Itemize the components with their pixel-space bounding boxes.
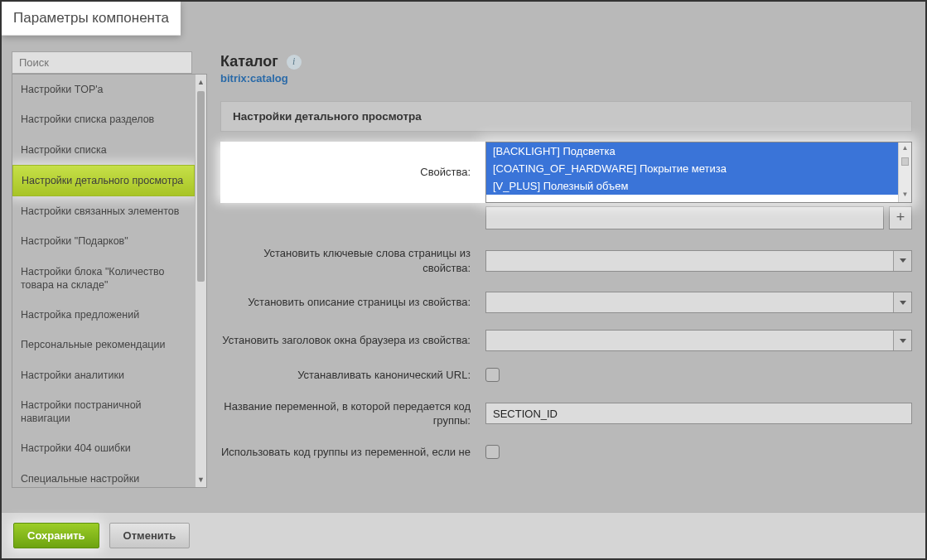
label-use-group-code: Использовать код группы из переменной, е… — [220, 445, 485, 460]
use-group-code-checkbox[interactable] — [485, 445, 500, 459]
row-section-var: Название переменной, в которой передаетс… — [220, 391, 912, 437]
sidebar-item[interactable]: Настройки блока "Количество товара на ск… — [12, 257, 195, 301]
row-canonical: Устанавливать канонический URL: — [220, 360, 912, 391]
sidebar-item[interactable]: Настройки TOP'а — [12, 75, 195, 104]
extra-property-input[interactable] — [485, 206, 884, 229]
component-title: Каталог — [220, 53, 278, 70]
sidebar-item[interactable]: Настройка предложений — [12, 300, 195, 330]
chevron-down-icon — [893, 331, 911, 350]
content-area: Настройки TOP'а Настройки списка раздело… — [2, 41, 925, 558]
scroll-up-icon[interactable]: ▲ — [197, 76, 205, 88]
section-heading: Настройки детального просмотра — [220, 101, 912, 132]
sidebar-item[interactable]: Настройки списка — [12, 135, 195, 165]
main-panel: Каталог i bitrix:catalog Настройки детал… — [207, 41, 925, 558]
browser-title-select[interactable] — [485, 330, 912, 351]
properties-multiselect[interactable]: [BACKLIGHT] Подсветка [COATING_OF_HARDWA… — [485, 142, 912, 203]
property-option[interactable]: [V_PLUS] Полезный объем — [486, 177, 898, 195]
property-option[interactable]: [COATING_OF_HARDWARE] Покрытие метиза — [486, 160, 898, 177]
info-icon[interactable]: i — [287, 55, 302, 70]
row-properties: Свойства: [BACKLIGHT] Подсветка [COATING… — [220, 137, 912, 203]
scroll-up-icon[interactable]: ▲ — [900, 144, 910, 154]
sidebar: Настройки TOP'а Настройки списка раздело… — [2, 41, 207, 558]
scroll-down-icon[interactable]: ▼ — [197, 474, 205, 485]
sidebar-item[interactable]: Настройки списка разделов — [12, 104, 195, 134]
sidebar-item-detail-settings[interactable]: Настройки детального просмотра — [12, 165, 195, 196]
sidebar-item[interactable]: Настройки аналитики — [12, 360, 195, 390]
scroll-thumb[interactable] — [197, 91, 205, 282]
section-var-input[interactable] — [485, 403, 912, 424]
row-keywords: Установить ключевые слова страницы из св… — [220, 238, 912, 283]
save-button[interactable]: Сохранить — [13, 523, 99, 548]
label-keywords: Установить ключевые слова страницы из св… — [220, 246, 485, 275]
row-description: Установить описание страницы из свойства… — [220, 283, 912, 321]
row-use-group-code: Использовать код группы из переменной, е… — [220, 437, 912, 468]
sidebar-item[interactable]: Настройки "Подарков" — [12, 226, 195, 256]
scroll-down-icon[interactable]: ▼ — [900, 191, 910, 200]
component-code: bitrix:catalog — [220, 72, 912, 84]
sidebar-item[interactable]: Настройки постраничной навигации — [12, 390, 195, 434]
search-input[interactable] — [12, 51, 192, 74]
sidebar-item[interactable]: Специальные настройки — [12, 464, 195, 488]
form-body: Свойства: [BACKLIGHT] Подсветка [COATING… — [220, 137, 912, 467]
chevron-down-icon — [893, 251, 911, 271]
chevron-down-icon — [893, 292, 911, 312]
label-section-var: Название переменной, в которой передаетс… — [220, 399, 485, 428]
sidebar-scrollbar[interactable]: ▲ ▼ — [195, 75, 206, 487]
description-select[interactable] — [485, 292, 912, 313]
property-option[interactable]: [BACKLIGHT] Подсветка — [486, 142, 898, 160]
canonical-checkbox[interactable] — [485, 368, 500, 382]
sidebar-item[interactable]: Персональные рекомендации — [12, 330, 195, 360]
component-settings-dialog: Настройки TOP'а Настройки списка раздело… — [0, 0, 927, 560]
scroll-thumb[interactable] — [901, 157, 909, 166]
dialog-title: Параметры компонента — [2, 2, 181, 36]
sidebar-tree-list: Настройки TOP'а Настройки списка раздело… — [12, 75, 195, 487]
sidebar-tree: Настройки TOP'а Настройки списка раздело… — [12, 74, 207, 488]
label-description: Установить описание страницы из свойства… — [220, 295, 485, 310]
row-properties-extra: + — [220, 203, 912, 238]
row-browser-title: Установить заголовок окна браузера из св… — [220, 321, 912, 360]
sidebar-item[interactable]: Настройки 404 ошибки — [12, 433, 195, 463]
sidebar-item[interactable]: Настройки связанных элементов — [12, 196, 195, 226]
multiselect-scrollbar[interactable]: ▲ ▼ — [898, 142, 911, 202]
keywords-select[interactable] — [485, 250, 912, 272]
label-browser-title: Установить заголовок окна браузера из св… — [220, 333, 485, 348]
add-property-button[interactable]: + — [889, 206, 912, 229]
cancel-button[interactable]: Отменить — [109, 523, 191, 548]
label-canonical: Устанавливать канонический URL: — [220, 368, 485, 383]
label-properties: Свойства: — [220, 142, 485, 203]
footer: Сохранить Отменить — [2, 512, 925, 558]
